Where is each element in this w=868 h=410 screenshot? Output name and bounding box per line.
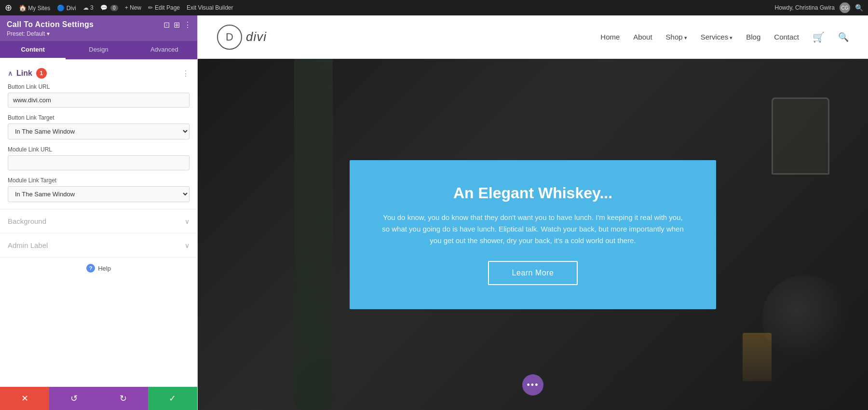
button-link-target-field: Button Link Target In The Same Window In… bbox=[0, 114, 197, 146]
cta-box: An Elegant Whiskey... You do know, you d… bbox=[350, 160, 716, 309]
grid-icon[interactable]: ⊞ bbox=[174, 20, 180, 29]
chevron-up-icon: ∧ bbox=[8, 69, 13, 77]
panel-help: ? Help bbox=[0, 257, 197, 278]
cart-icon[interactable]: 🛒 bbox=[813, 31, 825, 43]
background-chevron-icon: ∨ bbox=[185, 218, 190, 225]
link-section-header[interactable]: ∧ Link 1 ⋮ bbox=[0, 59, 197, 83]
logo-letter: D bbox=[226, 31, 233, 43]
cloud-icon: ☁ bbox=[83, 4, 89, 11]
module-link-url-label: Module Link URL bbox=[8, 146, 190, 153]
nav-home[interactable]: Home bbox=[600, 33, 620, 41]
nav-blog[interactable]: Blog bbox=[746, 33, 760, 41]
howdy-text: Howdy, Christina Gwira bbox=[775, 4, 835, 11]
glass-shape bbox=[772, 97, 829, 175]
comments-link[interactable]: 💬 0 bbox=[100, 4, 118, 11]
exit-builder-link[interactable]: Exit Visual Builder bbox=[187, 4, 233, 11]
panel-preset[interactable]: Preset: Default ▾ bbox=[7, 30, 190, 37]
button-link-url-input[interactable] bbox=[8, 93, 190, 108]
module-link-target-label: Module Link Target bbox=[8, 177, 190, 184]
site-nav: Home About Shop Services Blog Contact 🛒 … bbox=[600, 31, 849, 43]
dots-menu-button[interactable]: ••• bbox=[522, 374, 543, 396]
dots-indicator: ••• bbox=[522, 374, 543, 396]
logo-text: divi bbox=[246, 29, 267, 44]
admin-label-section-title: Admin Label bbox=[8, 241, 48, 249]
site-name-link[interactable]: 🔵 Divi bbox=[57, 4, 76, 12]
link-badge: 1 bbox=[36, 68, 47, 79]
cta-learn-more-button[interactable]: Learn More bbox=[488, 261, 578, 285]
wp-admin-bar: ⊕ 🏠 My Sites 🔵 Divi ☁ 3 💬 0 + New ✏ Edit… bbox=[0, 0, 868, 15]
help-circle-icon: ? bbox=[86, 264, 95, 273]
cta-title: An Elegant Whiskey... bbox=[379, 184, 687, 202]
save-button[interactable]: ✓ bbox=[148, 387, 197, 410]
admin-label-chevron-icon: ∨ bbox=[185, 242, 190, 249]
comments-count-link[interactable]: ☁ 3 bbox=[83, 4, 94, 11]
help-button[interactable]: ? Help bbox=[86, 264, 111, 273]
cancel-icon: ✕ bbox=[21, 393, 28, 404]
site-logo: D divi bbox=[217, 25, 267, 50]
panel-header: Call To Action Settings Preset: Default … bbox=[0, 15, 197, 41]
panel-tabs: Content Design Advanced bbox=[0, 41, 197, 59]
link-section-title: ∧ Link 1 bbox=[8, 68, 47, 79]
redo-icon: ↻ bbox=[120, 393, 127, 404]
drink-shape bbox=[743, 333, 772, 381]
panel-title: Call To Action Settings bbox=[7, 20, 190, 29]
admin-search-icon[interactable]: 🔍 bbox=[855, 4, 863, 12]
button-link-target-select[interactable]: In The Same Window In A New Tab bbox=[8, 123, 190, 139]
ball-shape bbox=[762, 275, 849, 362]
preview-area: D divi Home About Shop Services Blog Con… bbox=[198, 15, 868, 410]
avatar: CG bbox=[840, 2, 850, 13]
site-header: D divi Home About Shop Services Blog Con… bbox=[198, 15, 868, 59]
nav-services[interactable]: Services bbox=[701, 33, 733, 41]
new-post-link[interactable]: + New bbox=[125, 4, 141, 11]
button-link-url-label: Button Link URL bbox=[8, 83, 190, 90]
my-sites-link[interactable]: 🏠 My Sites bbox=[19, 4, 50, 12]
wp-logo-icon[interactable]: ⊕ bbox=[5, 2, 12, 13]
undo-icon: ↺ bbox=[70, 393, 78, 404]
background-section[interactable]: Background ∨ bbox=[0, 209, 197, 233]
panel-header-icons: ⊡ ⊞ ⋮ bbox=[163, 20, 191, 29]
undo-button[interactable]: ↺ bbox=[49, 387, 98, 410]
search-icon[interactable]: 🔍 bbox=[838, 32, 849, 42]
nav-shop[interactable]: Shop bbox=[666, 33, 687, 41]
hero-area: An Elegant Whiskey... You do know, you d… bbox=[198, 59, 868, 410]
logo-circle: D bbox=[217, 25, 242, 50]
help-label: Help bbox=[98, 265, 111, 272]
nav-contact[interactable]: Contact bbox=[774, 33, 799, 41]
pencil-icon: ✏ bbox=[148, 4, 153, 11]
panel-actions: ✕ ↺ ↻ ✓ bbox=[0, 387, 197, 410]
edit-page-link[interactable]: ✏ Edit Page bbox=[148, 4, 180, 11]
redo-button[interactable]: ↻ bbox=[99, 387, 148, 410]
module-link-url-field: Module Link URL bbox=[0, 146, 197, 177]
save-icon: ✓ bbox=[169, 393, 176, 404]
tab-design[interactable]: Design bbox=[66, 41, 131, 59]
module-link-target-select[interactable]: In The Same Window In A New Tab bbox=[8, 186, 190, 202]
settings-panel: Call To Action Settings Preset: Default … bbox=[0, 15, 198, 410]
module-link-url-input[interactable] bbox=[8, 155, 190, 170]
main-layout: Call To Action Settings Preset: Default … bbox=[0, 15, 868, 410]
panel-content: ∧ Link 1 ⋮ Button Link URL Button Link T… bbox=[0, 59, 197, 387]
cta-body: You do know, you do know that they don't… bbox=[379, 212, 687, 246]
collapse-icon[interactable]: ⊡ bbox=[163, 20, 170, 29]
admin-bar-left: ⊕ 🏠 My Sites 🔵 Divi ☁ 3 💬 0 + New ✏ Edit… bbox=[5, 2, 767, 13]
section-more-icon[interactable]: ⋮ bbox=[182, 69, 190, 78]
module-link-target-field: Module Link Target In The Same Window In… bbox=[0, 177, 197, 209]
bottle-shape bbox=[294, 59, 333, 410]
admin-bar-right: Howdy, Christina Gwira CG 🔍 bbox=[775, 2, 863, 13]
cancel-button[interactable]: ✕ bbox=[0, 387, 49, 410]
button-link-target-label: Button Link Target bbox=[8, 114, 190, 121]
button-link-url-field: Button Link URL bbox=[0, 83, 197, 114]
admin-label-section[interactable]: Admin Label ∨ bbox=[0, 233, 197, 257]
tab-advanced[interactable]: Advanced bbox=[132, 41, 197, 59]
background-section-title: Background bbox=[8, 217, 46, 225]
comment-icon: 💬 bbox=[100, 4, 108, 11]
more-icon[interactable]: ⋮ bbox=[184, 20, 191, 29]
nav-about[interactable]: About bbox=[633, 33, 652, 41]
tab-content[interactable]: Content bbox=[0, 41, 66, 59]
